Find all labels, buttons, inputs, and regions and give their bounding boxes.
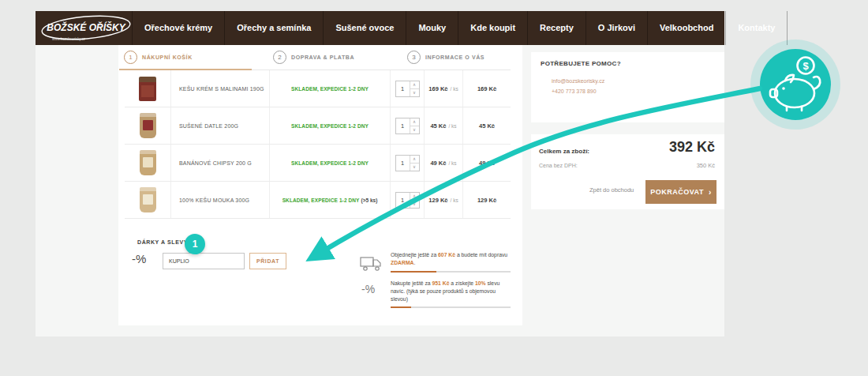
discount-percent-icon: -% bbox=[361, 283, 375, 295]
product-image-cell bbox=[125, 107, 171, 144]
product-name-link[interactable]: BANÁNOVÉ CHIPSY 200 G bbox=[179, 160, 252, 166]
piggy-bank-icon: $ bbox=[760, 49, 831, 120]
line-total: 129 Kč bbox=[477, 197, 496, 204]
quantity-stepper[interactable]: 1 ∧ ∨ bbox=[395, 81, 420, 97]
quantity-value[interactable]: 1 bbox=[396, 118, 410, 133]
shipping-progress-bar bbox=[391, 271, 511, 273]
help-title: POTŘEBUJETE POMOC? bbox=[541, 60, 621, 67]
shipping-highlight: ZDARMA bbox=[391, 260, 413, 265]
main-header: BOŽSKÉ OŘÍŠKY www.bozskeorisky.cz Ořecho… bbox=[36, 11, 724, 45]
quantity-up-icon[interactable]: ∧ bbox=[410, 118, 419, 126]
discount-percent: 10% bbox=[475, 280, 486, 286]
coupon-add-button[interactable]: PŘIDAT bbox=[249, 253, 286, 269]
step-label: INFORMACE O VÁS bbox=[425, 55, 485, 60]
unit-suffix: / ks bbox=[448, 123, 456, 129]
nav-item-kontakty[interactable]: Kontakty bbox=[725, 11, 787, 45]
table-row: BANÁNOVÉ CHIPSY 200 G SKLADEM, EXPEDICE … bbox=[125, 145, 511, 182]
unit-price: 45 Kč bbox=[430, 122, 446, 130]
quantity-value[interactable]: 1 bbox=[396, 81, 410, 96]
cart-table: KEŠU KRÉM S MALINAMI 190G SKLADEM, EXPED… bbox=[125, 70, 511, 219]
quantity-stepper[interactable]: 1 ∧ ∨ bbox=[395, 192, 420, 209]
help-phone-link[interactable]: +420 773 378 890 bbox=[552, 88, 597, 94]
step-number-badge: 2 bbox=[273, 51, 286, 64]
page: { "header": { "logo": { "title": "BOŽSKÉ… bbox=[0, 0, 868, 376]
quantity-down-icon[interactable]: ∨ bbox=[410, 126, 419, 133]
cart-panel: 1 NÁKUPNÍ KOŠÍK 2 DOPRAVA & PLATBA 3 INF… bbox=[118, 45, 522, 325]
continue-button[interactable]: POKRAČOVAT› bbox=[645, 180, 716, 204]
shipping-amount: 607 Kč bbox=[438, 252, 455, 258]
back-to-shop-link[interactable]: Zpět do obchodu bbox=[589, 186, 634, 194]
stock-status: SKLADEM, EXPEDICE 1-2 DNY bbox=[291, 86, 369, 92]
quantity-value[interactable]: 1 bbox=[396, 193, 410, 208]
quantity-up-icon[interactable]: ∧ bbox=[410, 81, 419, 89]
logo-graphic: BOŽSKÉ OŘÍŠKY www.bozskeorisky.cz bbox=[39, 13, 137, 44]
help-box: POTŘEBUJETE POMOC? info@bozskeorisky.cz … bbox=[531, 52, 724, 122]
coupon-input[interactable] bbox=[163, 253, 245, 269]
quantity-stepper[interactable]: 1 ∧ ∨ bbox=[395, 118, 420, 134]
quantity-up-icon[interactable]: ∧ bbox=[410, 156, 419, 164]
stock-status: SKLADEM, EXPEDICE 1-2 DNY bbox=[282, 197, 360, 203]
nav-item-velkoobchod[interactable]: Velkoobchod bbox=[647, 11, 725, 45]
vat-value: 350 Kč bbox=[697, 162, 715, 169]
unit-price: 129 Kč bbox=[428, 197, 447, 204]
help-email-link[interactable]: info@bozskeorisky.cz bbox=[552, 78, 604, 84]
step-label: NÁKUPNÍ KOŠÍK bbox=[142, 55, 193, 60]
quantity-down-icon[interactable]: ∨ bbox=[410, 164, 419, 171]
nav-item-mouky[interactable]: Mouky bbox=[406, 11, 458, 45]
shop-logo[interactable]: BOŽSKÉ OŘÍŠKY www.bozskeorisky.cz bbox=[39, 13, 137, 44]
nav-item-o-jirkovi[interactable]: O Jirkovi bbox=[586, 11, 647, 45]
product-image-jar bbox=[139, 77, 156, 101]
continue-label: POKRAČOVAT bbox=[650, 188, 704, 196]
free-shipping-note: Objednejte ještě za 607 Kč a budete mít … bbox=[391, 251, 511, 267]
unit-price: 49 Kč bbox=[430, 160, 446, 167]
logo-title: BOŽSKÉ OŘÍŠKY bbox=[47, 21, 125, 33]
nav-item-orechy-a-seminka[interactable]: Ořechy a semínka bbox=[224, 11, 323, 45]
product-name-link[interactable]: KEŠU KRÉM S MALINAMI 190G bbox=[179, 86, 264, 92]
dollar-coin-icon: $ bbox=[803, 60, 809, 72]
product-image-cell bbox=[125, 70, 171, 107]
stock-status: SKLADEM, EXPEDICE 1-2 DNY bbox=[291, 123, 369, 129]
line-total: 169 Kč bbox=[477, 85, 496, 92]
nav-item-orechove-kremy[interactable]: Ořechové krémy bbox=[132, 11, 224, 45]
product-name-link[interactable]: SUŠENÉ DATLE 200G bbox=[179, 123, 238, 129]
quantity-down-icon[interactable]: ∨ bbox=[410, 89, 419, 96]
discount-percent-icon: -% bbox=[132, 252, 146, 265]
unit-suffix: / ks bbox=[448, 160, 456, 166]
table-row: SUŠENÉ DATLE 200G SKLADEM, EXPEDICE 1-2 … bbox=[125, 107, 511, 145]
discount-progress-bar bbox=[391, 306, 511, 308]
product-image-pouch bbox=[140, 150, 156, 175]
tab-info-step[interactable]: 3 INFORMACE O VÁS bbox=[407, 51, 485, 64]
discount-progress-fill bbox=[391, 306, 411, 308]
quantity-stepper[interactable]: 1 ∧ ∨ bbox=[395, 155, 420, 171]
total-value: 392 Kč bbox=[669, 139, 715, 156]
unit-suffix: / ks bbox=[451, 197, 458, 203]
truck-icon bbox=[360, 255, 383, 275]
step-number-badge: 1 bbox=[124, 51, 137, 64]
nav-item-kde-koupit[interactable]: Kde koupit bbox=[458, 11, 527, 45]
logo-subtitle: www.bozskeorisky.cz bbox=[52, 37, 86, 41]
step-number-badge: 3 bbox=[407, 51, 421, 64]
stock-status: SKLADEM, EXPEDICE 1-2 DNY bbox=[291, 160, 369, 166]
quantity-value[interactable]: 1 bbox=[396, 156, 410, 171]
tab-shipping-step[interactable]: 2 DOPRAVA & PLATBA bbox=[273, 51, 354, 64]
chevron-right-icon: › bbox=[709, 188, 712, 197]
order-summary-box: Celkem za zboží: 392 Kč Cena bez DPH: 35… bbox=[531, 134, 724, 209]
tab-cart-step[interactable]: 1 NÁKUPNÍ KOŠÍK bbox=[124, 51, 193, 64]
volume-discount-note: Nakupte ještě za 951 Kč a získejte 10% s… bbox=[391, 280, 511, 303]
total-label: Celkem za zboží: bbox=[539, 148, 589, 155]
gifts-section-title: DÁRKY A SLEVY bbox=[137, 239, 188, 245]
unit-price: 169 Kč bbox=[428, 85, 447, 92]
nav-item-recepty[interactable]: Recepty bbox=[527, 11, 586, 45]
table-row: 100% KEŠU MOUKA 300G SKLADEM, EXPEDICE 1… bbox=[125, 182, 511, 219]
stock-note: (>5 ks) bbox=[361, 197, 378, 203]
line-total: 45 Kč bbox=[479, 122, 495, 130]
quantity-up-icon[interactable]: ∧ bbox=[410, 193, 419, 201]
table-row: KEŠU KRÉM S MALINAMI 190G SKLADEM, EXPED… bbox=[125, 70, 511, 107]
product-name-link[interactable]: 100% KEŠU MOUKA 300G bbox=[179, 197, 249, 203]
step-label: DOPRAVA & PLATBA bbox=[291, 55, 354, 60]
quantity-down-icon[interactable]: ∨ bbox=[410, 201, 419, 208]
product-image-cell bbox=[125, 182, 171, 218]
nav-item-susene-ovoce[interactable]: Sušené ovoce bbox=[323, 11, 406, 45]
product-image-pouch bbox=[140, 113, 156, 138]
product-image-pouch bbox=[140, 187, 156, 212]
